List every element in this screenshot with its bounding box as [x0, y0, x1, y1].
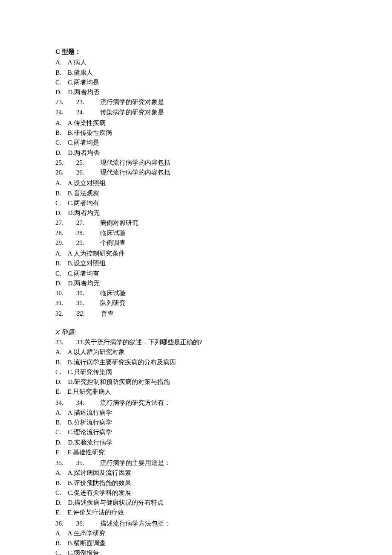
group-2: A. A.传染性疾病 B. B.非传染性疾病 C. C.两者均是 D. D.两者…: [55, 118, 337, 178]
option: C. C.理论流行病学: [55, 427, 337, 437]
option: A. A.以人群为研究对象: [55, 347, 337, 357]
option: D. D.两者均无: [55, 208, 337, 218]
option: A. A.生态学研究: [55, 529, 337, 538]
option: A. A.人为控制研究条件: [55, 249, 337, 259]
option: A. A.描述流行病学: [55, 408, 337, 418]
question: 26. 26. 现代流行病学的内容包括: [55, 168, 337, 177]
question-stem: 34. 34. 流行病学的研究方法有：: [55, 398, 337, 408]
question-stem: 36. 36. 描述流行病学方法包括：: [55, 519, 337, 529]
option: D. D.实验流行病学: [55, 438, 337, 447]
option: E. E.基础性研究: [55, 447, 337, 457]
option: E. E.只研究非病人: [55, 387, 337, 397]
question-32: 32. 32. 普查: [55, 308, 337, 319]
question: 27. 27. 病例对照研究: [55, 218, 337, 228]
option: A. A.病人: [55, 58, 337, 67]
option: A. A.探讨病因及流行因素: [55, 468, 337, 478]
question-34: 34. 34. 流行病学的研究方法有： A. A.描述流行病学 B. B.分析流…: [55, 398, 337, 458]
option: C. C.促进有关学科的发展: [55, 488, 337, 498]
option: C. C.病例报告: [55, 548, 337, 555]
x-letter: X: [55, 328, 61, 336]
option: D. D.两者均无: [55, 279, 337, 288]
question: 30. 30. 临床试验: [55, 288, 337, 298]
option: C. C.两者均有: [55, 198, 337, 208]
option: B. B.流行病学主要研究疾病的分布及病因: [55, 357, 337, 367]
question: 31. 31. 队列研究: [55, 298, 337, 308]
option: B. B.设立对照组: [55, 259, 337, 268]
question-36: 36. 36. 描述流行病学方法包括： A. A.生态学研究 B. B.横断面调…: [55, 519, 337, 555]
question: 24. 24. 传染病学的研究对象是: [55, 108, 337, 117]
option: D. D.研究控制和预防疾病的对策与措施: [55, 377, 337, 387]
section-x-header: X 型题:: [55, 327, 337, 337]
option: D. D.描述疾病与健康状况的分布特点: [55, 498, 337, 508]
q32-prefix: 32.: [55, 310, 76, 317]
option: B. B.横断面调查: [55, 538, 337, 548]
question-stem: 33. 33.关于流行病学的叙述，下列哪些是正确的?: [55, 337, 337, 347]
group-3: A. A.设立对照组 B. B.盲法观察 C. C.两者均有 D. D.两者均无…: [55, 178, 337, 248]
q32-num: 32.: [76, 310, 85, 317]
option: B. B.健康人: [55, 68, 337, 78]
question: 25. 25. 现代流行病学的内容包括: [55, 158, 337, 168]
section-c-header: C 型题：: [55, 47, 337, 57]
option: B. B.分析流行病学: [55, 418, 337, 427]
question: 23. 23. 流行病学的研究对象是: [55, 97, 337, 107]
group-4: A. A.人为控制研究条件 B. B.设立对照组 C. C.两者均有 D. D.…: [55, 249, 337, 319]
question-stem: 35. 35. 流行病学的主要用途是：: [55, 458, 337, 468]
option: C. C.只研究传染病: [55, 367, 337, 377]
question-33: 33. 33.关于流行病学的叙述，下列哪些是正确的? A. A.以人群为研究对象…: [55, 337, 337, 397]
question: 28. 28. 临床试验: [55, 228, 337, 238]
option: C. C.两者均有: [55, 269, 337, 279]
option: A. A.传染性疾病: [55, 118, 337, 128]
option: D. D.两者均否: [55, 148, 337, 158]
option: D. D.两者均否: [55, 87, 337, 97]
question-35: 35. 35. 流行病学的主要用途是： A. A.探讨病因及流行因素 B. B.…: [55, 458, 337, 518]
q32-text: 普查: [85, 310, 114, 317]
option: C. C.两者均是: [55, 138, 337, 148]
group-1: A. A.病人 B. B.健康人 C. C.两者均是 D. D.两者均否 23.…: [55, 58, 337, 117]
x-header-text: 型题:: [61, 329, 76, 336]
option: A. A.设立对照组: [55, 178, 337, 188]
option: E. E.评价某疗法的疗效: [55, 508, 337, 517]
option: B. B.评价预防措施的效果: [55, 478, 337, 488]
question: 29. 29. 个例调查: [55, 238, 337, 248]
option: B. B.非传染性疾病: [55, 128, 337, 138]
option: B. B.盲法观察: [55, 189, 337, 198]
option: C. C.两者均是: [55, 78, 337, 87]
